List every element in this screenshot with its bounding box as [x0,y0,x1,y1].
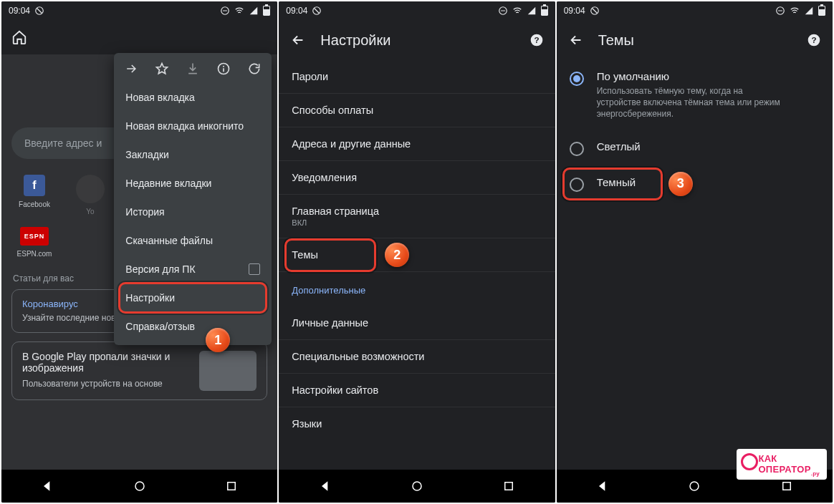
page-title: Настройки [320,32,514,49]
help-icon[interactable]: ? [529,33,544,47]
row-homepage[interactable]: Главная страница ВКЛ [279,195,555,238]
menu-downloads[interactable]: Скачанные файлы [114,226,272,255]
menu-settings[interactable]: Настройки [114,284,272,312]
themes-list: По умолчанию Использовать тёмную тему, к… [557,60,833,470]
refresh-icon[interactable] [247,62,262,76]
svg-line-20 [592,9,597,14]
svg-rect-18 [505,483,513,490]
checkbox-icon[interactable] [249,263,260,275]
menu-new-tab[interactable]: Новая вкладка [114,83,272,112]
menu-recent-tabs[interactable]: Недавние вкладки [114,169,272,198]
no-sim-icon [34,6,44,16]
nav-recent-icon[interactable] [778,478,795,495]
dnd-icon [498,6,508,16]
dnd-icon [220,6,230,16]
svg-line-12 [315,9,320,14]
screenshot-3: 09:04 Темы ? По умолчанию Использовать т… [557,1,833,503]
page-title: Темы [598,32,792,49]
star-icon[interactable] [155,62,169,76]
shortcut-youtube[interactable]: Yo [70,175,110,215]
status-bar: 09:04 [557,1,833,20]
theme-option-dark[interactable]: Темный [557,166,833,202]
row-addresses[interactable]: Адреса и другие данные [279,127,555,161]
screenshot-1: 09:04 G [1,1,277,503]
shortcut-facebook[interactable]: f Facebook [14,175,54,215]
screenshot-2: 09:04 Настройки ? Пароли Способы оплаты … [279,1,555,503]
menu-incognito[interactable]: Новая вкладка инкогнито [114,112,272,140]
svg-rect-10 [228,483,236,490]
search-placeholder: Введите адрес и [24,137,102,149]
back-icon[interactable] [290,32,306,48]
battery-icon [541,6,548,16]
status-bar: 09:04 [1,1,277,20]
menu-bookmarks[interactable]: Закладки [114,140,272,169]
themes-header: Темы ? [557,20,833,60]
battery-icon [263,6,270,16]
menu-history[interactable]: История [114,198,272,226]
settings-list: Пароли Способы оплаты Адреса и другие да… [279,60,555,470]
row-payments[interactable]: Способы оплаты [279,94,555,127]
row-languages[interactable]: Языки [279,407,555,440]
svg-line-1 [37,9,42,14]
radio-icon[interactable] [570,72,584,86]
row-passwords[interactable]: Пароли [279,60,555,94]
nav-recent-icon[interactable] [223,478,240,495]
settings-header: Настройки ? [279,20,555,60]
nav-back-icon[interactable] [317,478,334,495]
menu-help[interactable]: Справка/отзыв [114,312,272,341]
radio-icon[interactable] [570,142,584,156]
status-time: 09:04 [9,6,30,16]
row-site-settings[interactable]: Настройки сайтов [279,374,555,407]
no-sim-icon [590,6,600,16]
article-thumbnail [199,351,257,391]
back-icon[interactable] [568,32,584,48]
row-themes[interactable]: Темы [279,238,555,272]
svg-point-17 [413,482,421,490]
wifi-icon [234,6,244,16]
watermark-logo: КАК ОПЕРАТОР.ру [737,449,827,480]
wifi-icon [512,6,522,16]
step-badge-3: 3 [668,172,693,196]
nav-home-icon[interactable] [131,478,148,495]
no-sim-icon [312,6,322,16]
row-personal-data[interactable]: Личные данные [279,306,555,340]
nav-home-icon[interactable] [686,478,703,495]
nav-back-icon[interactable] [594,478,611,495]
svg-text:?: ? [811,35,816,44]
overflow-menu: Новая вкладка Новая вкладка инкогнито За… [114,53,272,345]
help-icon[interactable]: ? [807,33,821,47]
theme-option-default[interactable]: По умолчанию Использовать тёмную тему, к… [557,60,833,130]
row-notifications[interactable]: Уведомления [279,161,555,195]
system-nav-bar [279,470,555,503]
signal-icon [249,6,259,16]
wifi-icon [790,6,800,16]
forward-icon[interactable] [124,62,138,76]
status-bar: 09:04 [279,1,555,20]
dnd-icon [775,6,785,16]
shortcut-espn[interactable]: ESPN ESPN.com [14,227,54,258]
nav-home-icon[interactable] [408,478,426,495]
menu-desktop-site[interactable]: Версия для ПК [114,255,272,284]
nav-recent-icon[interactable] [500,478,517,495]
section-advanced: Дополнительные [279,272,555,306]
nav-back-icon[interactable] [39,478,56,495]
radio-icon[interactable] [570,178,584,192]
svg-point-25 [690,482,699,490]
svg-rect-26 [783,483,791,490]
download-icon[interactable] [186,62,200,76]
theme-option-light[interactable]: Светлый [557,130,833,166]
article-card-googleplay[interactable]: В Google Play пропали значки и изображен… [11,341,267,400]
svg-point-9 [135,482,144,490]
signal-icon [804,6,814,16]
row-accessibility[interactable]: Специальные возможности [279,340,555,374]
battery-icon [818,6,825,16]
info-icon[interactable] [216,62,231,76]
browser-toolbar [1,20,277,54]
svg-point-8 [223,66,224,67]
home-icon[interactable] [11,29,27,45]
signal-icon [527,6,537,16]
svg-text:?: ? [534,35,539,44]
system-nav-bar [1,470,277,503]
